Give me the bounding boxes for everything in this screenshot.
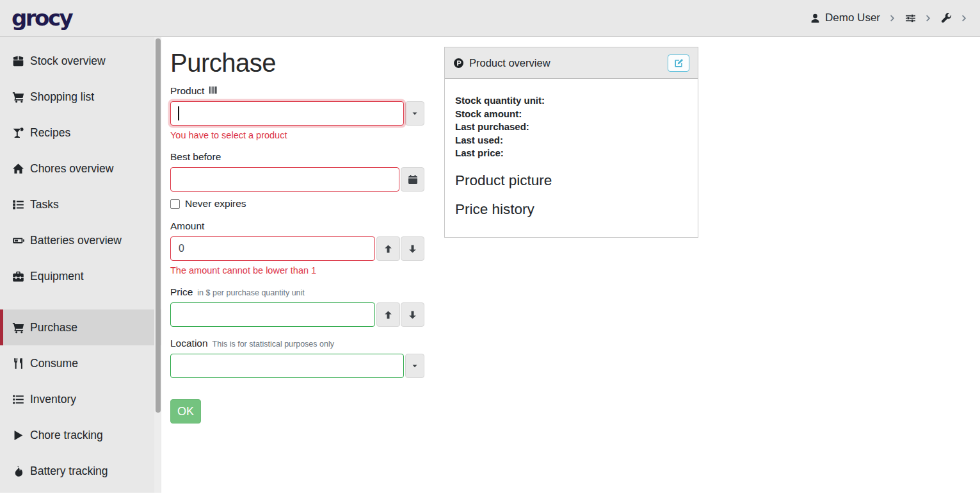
top-navbar: grocy Demo User <box>0 0 980 37</box>
wrench-icon <box>941 13 952 24</box>
location-group: Location This is for statistical purpose… <box>170 338 424 378</box>
panel-title: Product overview <box>469 57 550 69</box>
settings-menu[interactable] <box>905 13 916 24</box>
never-expires-checkbox[interactable] <box>170 199 180 209</box>
list-icon <box>12 393 24 406</box>
product-input[interactable] <box>170 101 404 126</box>
sidebar-item-label: Chore tracking <box>30 429 103 442</box>
never-expires-label: Never expires <box>185 198 246 210</box>
sidebar-item-label: Equipment <box>30 270 84 283</box>
ok-button[interactable]: OK <box>170 399 201 424</box>
arrow-down-icon <box>408 310 417 320</box>
arrow-up-icon <box>383 310 393 320</box>
sidebar-item-chores-overview[interactable]: Chores overview <box>0 151 161 186</box>
toolbox-icon <box>12 270 24 283</box>
sidebar-item-label: Battery tracking <box>30 465 108 478</box>
arrow-up-icon <box>383 244 393 254</box>
sidebar-item-equipment[interactable]: Equipment <box>0 258 161 294</box>
utensils-icon <box>12 358 24 370</box>
amount-input[interactable] <box>170 236 375 261</box>
stock-quantity-unit-field: Stock quantity unit: <box>455 94 687 108</box>
sidebar-item-inventory[interactable]: Inventory <box>0 381 161 417</box>
amount-increment-button[interactable] <box>376 236 400 261</box>
sidebar-item-recipes[interactable]: Recipes <box>0 115 161 151</box>
price-decrement-button[interactable] <box>401 302 424 327</box>
box-icon <box>12 55 24 67</box>
price-increment-button[interactable] <box>376 302 400 327</box>
sidebar-item-battery-tracking[interactable]: Battery tracking <box>0 453 161 489</box>
location-input[interactable] <box>170 354 404 378</box>
product-overview-panel: Product overview Stock quantity unit: St… <box>444 47 698 238</box>
best-before-label: Best before <box>170 151 221 163</box>
purchase-form: Product You have to <box>170 85 424 424</box>
home-icon <box>12 163 24 175</box>
sidebar: Stock overview Shopping list Recipes Cho… <box>0 37 161 493</box>
location-dropdown-button[interactable] <box>405 354 424 378</box>
edit-icon <box>674 58 684 68</box>
navbar-right: Demo User <box>810 12 968 24</box>
sidebar-item-shopping-list[interactable]: Shopping list <box>0 79 161 115</box>
amount-decrement-button[interactable] <box>401 236 424 261</box>
caret-down-icon <box>412 110 418 117</box>
sidebar-item-stock-overview[interactable]: Stock overview <box>0 43 161 79</box>
sliders-icon <box>905 13 916 24</box>
sidebar-item-label: Tasks <box>30 198 59 211</box>
tasks-icon <box>12 199 24 211</box>
caret-down-icon <box>412 363 418 369</box>
battery-icon <box>12 235 24 247</box>
last-used-field: Last used: <box>455 134 687 147</box>
sidebar-item-label: Shopping list <box>30 90 94 104</box>
user-label: Demo User <box>825 12 880 24</box>
sidebar-item-chore-tracking[interactable]: Chore tracking <box>0 417 161 453</box>
sidebar-item-label: Purchase <box>30 321 77 334</box>
sidebar-item-consume[interactable]: Consume <box>0 345 161 381</box>
sidebar-item-label: Batteries overview <box>30 234 122 247</box>
never-expires-row: Never expires <box>170 198 424 210</box>
flame-icon <box>12 465 24 477</box>
price-hint: in $ per purchase quantity unit <box>197 288 304 297</box>
product-dropdown-button[interactable] <box>405 101 424 126</box>
last-purchased-field: Last purchased: <box>455 120 687 134</box>
product-label: Product <box>170 85 204 97</box>
edit-product-button[interactable] <box>668 54 689 72</box>
sidebar-item-label: Recipes <box>30 126 70 140</box>
chevron-right-icon <box>960 14 968 22</box>
user-icon <box>810 13 821 24</box>
amount-label: Amount <box>170 220 204 232</box>
cocktail-icon <box>12 127 24 139</box>
product-picture-heading: Product picture <box>455 172 687 189</box>
location-label: Location <box>170 338 208 349</box>
panel-body: Stock quantity unit: Stock amount: Last … <box>445 79 698 237</box>
barcode-icon <box>209 86 218 94</box>
shopping-cart-icon <box>12 322 24 334</box>
sidebar-item-label: Inventory <box>30 393 76 406</box>
arrow-down-icon <box>408 244 417 254</box>
play-icon <box>12 429 24 441</box>
sidebar-item-label: Stock overview <box>30 54 106 68</box>
calendar-button[interactable] <box>401 167 424 192</box>
shopping-cart-icon <box>12 91 24 103</box>
admin-menu[interactable] <box>941 13 952 24</box>
stock-amount-field: Stock amount: <box>455 108 687 121</box>
grocy-logo[interactable]: grocy <box>12 7 72 29</box>
amount-group: Amount The amount cannot be <box>170 220 424 276</box>
user-menu[interactable]: Demo User <box>810 12 880 24</box>
calendar-icon <box>408 174 418 185</box>
sidebar-item-label: Chores overview <box>30 162 113 176</box>
price-label: Price <box>170 286 193 298</box>
panel-header: Product overview <box>445 47 698 79</box>
price-history-heading: Price history <box>455 201 687 218</box>
product-error: You have to select a product <box>170 130 424 140</box>
product-group: Product You have to <box>170 85 424 140</box>
price-input[interactable] <box>170 302 375 327</box>
sidebar-item-purchase[interactable]: Purchase <box>0 309 161 345</box>
amount-error: The amount cannot be lower than 1 <box>170 265 424 276</box>
sidebar-item-tasks[interactable]: Tasks <box>0 186 161 222</box>
sidebar-item-label: Consume <box>30 357 78 370</box>
sidebar-scrollbar[interactable] <box>156 38 161 413</box>
sidebar-item-batteries-overview[interactable]: Batteries overview <box>0 222 161 258</box>
best-before-input[interactable] <box>170 167 399 192</box>
best-before-group: Best before Never expires <box>170 151 424 210</box>
chevron-right-icon <box>924 14 933 22</box>
chevron-right-icon <box>888 14 897 22</box>
